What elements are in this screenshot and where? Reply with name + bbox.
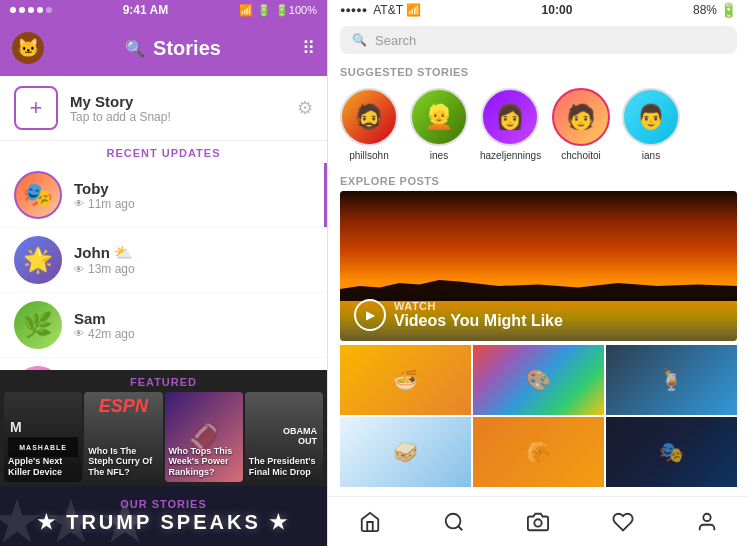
featured-card-power[interactable]: 🏈 Who Tops This Week's Power Rankings?	[165, 392, 243, 482]
nav-heart[interactable]	[603, 502, 643, 542]
story-item-john[interactable]: 🌟 John ⛅ 👁 13m ago	[0, 228, 327, 293]
insta-time: 10:00	[542, 3, 573, 17]
featured-card-power-text: Who Tops This Week's Power Rankings?	[165, 442, 243, 482]
thumb-3-content: 🍹	[606, 345, 737, 415]
my-story-text: My Story Tap to add a Snap!	[70, 93, 171, 124]
avatar-toby: 🎭	[14, 171, 62, 219]
view-icon-sam: 👁	[74, 328, 84, 339]
nav-search[interactable]	[434, 502, 474, 542]
snap-title-row: 🔍 Stories	[125, 37, 221, 60]
nav-home[interactable]	[350, 502, 390, 542]
search-input-container[interactable]: 🔍 Search	[340, 26, 737, 54]
snap-time: 9:41 AM	[123, 3, 169, 17]
suggested-name-3: hazeljennings	[480, 150, 540, 161]
my-story-row[interactable]: + My Story Tap to add a Snap! ⚙	[0, 76, 327, 141]
featured-label: FEATURED	[0, 376, 327, 388]
grid-icon[interactable]: ⠿	[302, 37, 315, 59]
suggested-avatar-4: 🧑	[552, 88, 610, 146]
stars-decoration: ★★★	[0, 486, 152, 546]
thumb-5[interactable]: 🥐	[473, 417, 604, 487]
suggested-avatar-5: 👨	[622, 88, 680, 146]
search-icon: 🔍	[352, 33, 367, 47]
our-stories-label: OUR STORIES	[120, 498, 207, 510]
thumb-1-content: 🍜	[340, 345, 471, 415]
featured-card-obama-text: The President's Final Mic Drop	[245, 452, 323, 482]
story-item-brooke[interactable]: 🌸 Brooke 🎊 👁 43m ago	[0, 358, 327, 370]
svg-point-3	[703, 513, 710, 520]
my-story-icon: +	[14, 86, 58, 130]
explore-posts-grid: ▶ WATCH Videos You Might Like 🍜 🎨 🍹 🥪	[328, 191, 749, 496]
svg-line-1	[459, 526, 463, 530]
explore-posts-label: EXPLORE POSTS	[328, 169, 749, 191]
main-video-card[interactable]: ▶ WATCH Videos You Might Like	[340, 191, 737, 341]
featured-card-mashable[interactable]: M MASHABLE Apple's Next Killer Device	[4, 392, 82, 482]
thumb-4[interactable]: 🥪	[340, 417, 471, 487]
story-item-toby[interactable]: 🎭 Toby 👁 11m ago	[0, 163, 327, 228]
my-story-subtitle: Tap to add a Snap!	[70, 110, 171, 124]
story-name-john: John ⛅	[74, 244, 135, 262]
thumb-2[interactable]: 🎨	[473, 345, 604, 415]
thumbnail-grid: 🍜 🎨 🍹 🥪 🥐 🎭	[328, 345, 749, 496]
nav-camera[interactable]	[518, 502, 558, 542]
suggested-story-1[interactable]: 🧔 phillsohn	[340, 88, 398, 161]
suggested-avatar-3: 👩	[481, 88, 539, 146]
avatar-sam: 🌿	[14, 301, 62, 349]
story-time-sam: 42m ago	[88, 327, 135, 341]
play-button[interactable]: ▶	[354, 299, 386, 331]
featured-card-obama[interactable]: OBAMAOUT The President's Final Mic Drop	[245, 392, 323, 482]
suggested-story-5[interactable]: 👨 ians	[622, 88, 680, 161]
featured-card-espn[interactable]: ESPN Who Is The Steph Curry Of The NFL?	[84, 392, 162, 482]
carrier-name: AT&T	[373, 3, 403, 17]
suggested-name-5: ians	[642, 150, 660, 161]
story-meta-john: 👁 13m ago	[74, 262, 135, 276]
thumb-6-content: 🎭	[606, 417, 737, 487]
insta-carrier: ●●●●● AT&T 📶	[340, 3, 421, 17]
thumb-6[interactable]: 🎭	[606, 417, 737, 487]
gear-icon[interactable]: ⚙	[297, 97, 313, 119]
our-stories-section[interactable]: ★★★ OUR STORIES ★ TRUMP SPEAKS ★	[0, 486, 327, 546]
instagram-panel: ●●●●● AT&T 📶 10:00 88% 🔋 🔍 Search SUGGES…	[328, 0, 749, 546]
featured-card-espn-text: Who Is The Steph Curry Of The NFL?	[84, 442, 162, 482]
svg-point-2	[535, 519, 542, 526]
story-meta-sam: 👁 42m ago	[74, 327, 135, 341]
insta-search-bar[interactable]: 🔍 Search	[328, 20, 749, 60]
suggested-story-4[interactable]: 🧑 chchoitoi	[552, 88, 610, 161]
story-name-toby: Toby	[74, 180, 135, 197]
video-overlay: ▶ WATCH Videos You Might Like	[340, 289, 737, 341]
thumb-5-content: 🥐	[473, 417, 604, 487]
thumb-1[interactable]: 🍜	[340, 345, 471, 415]
story-info-sam: Sam 👁 42m ago	[74, 310, 135, 341]
recent-updates-label: RECENT UPDATES	[0, 141, 327, 163]
svg-point-0	[446, 513, 461, 528]
suggested-name-1: phillsohn	[349, 150, 388, 161]
view-icon: 👁	[74, 198, 84, 209]
story-time-toby: 11m ago	[88, 197, 135, 211]
thumb-3[interactable]: 🍹	[606, 345, 737, 415]
snap-header: 🐱 🔍 Stories ⠿	[0, 20, 327, 76]
suggested-avatar-2: 👱	[410, 88, 468, 146]
search-placeholder: Search	[375, 33, 416, 48]
story-time-john: 13m ago	[88, 262, 135, 276]
search-icon[interactable]: 🔍	[125, 39, 145, 58]
suggested-stories-label: SUGGESTED STORIES	[328, 60, 749, 82]
signal-dots	[10, 7, 52, 13]
featured-card-mashable-text: Apple's Next Killer Device	[4, 452, 82, 482]
thumb-2-content: 🎨	[473, 345, 604, 415]
suggested-story-2[interactable]: 👱 ines	[410, 88, 468, 161]
story-item-sam[interactable]: 🌿 Sam 👁 42m ago	[0, 293, 327, 358]
my-story-title: My Story	[70, 93, 171, 110]
snap-user-avatar[interactable]: 🐱	[12, 32, 44, 64]
snap-battery: 📶 🔋 🔋100%	[239, 4, 317, 17]
video-info-row: ▶ WATCH Videos You Might Like	[354, 299, 723, 331]
suggested-story-3[interactable]: 👩 hazeljennings	[480, 88, 540, 161]
suggested-name-4: chchoitoi	[561, 150, 600, 161]
watch-label: WATCH	[394, 300, 563, 312]
unread-bar	[324, 163, 327, 227]
snapchat-panel: 9:41 AM 📶 🔋 🔋100% 🐱 🔍 Stories ⠿ + My Sto…	[0, 0, 328, 546]
featured-row: M MASHABLE Apple's Next Killer Device ES…	[0, 392, 327, 482]
snap-status-bar: 9:41 AM 📶 🔋 🔋100%	[0, 0, 327, 20]
suggested-stories-row: 🧔 phillsohn 👱 ines 👩 hazeljennings 🧑 chc…	[328, 82, 749, 169]
nav-profile[interactable]	[687, 502, 727, 542]
avatar-john: 🌟	[14, 236, 62, 284]
insta-battery: 88% 🔋	[693, 2, 737, 18]
